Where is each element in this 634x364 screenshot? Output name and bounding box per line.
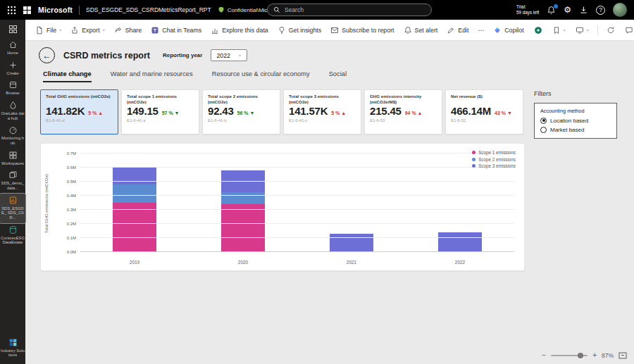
copilot-pane-toggle[interactable] [530, 23, 547, 37]
monitor-icon [576, 26, 584, 34]
open-report-name[interactable]: SDS_ESGDE_SDS_CSRDMetricsReport_RPT [86, 6, 211, 13]
envelope-icon [330, 26, 339, 34]
radio-button[interactable] [540, 127, 547, 133]
get-insights-button[interactable]: Get insights [273, 23, 325, 37]
kpi-value: 215.45 [370, 105, 402, 117]
zoom-slider-handle[interactable] [578, 353, 583, 358]
app-launcher-waffle-icon[interactable] [7, 6, 16, 15]
reporting-year-dropdown[interactable]: 2022 ▾ [211, 49, 247, 61]
bar-segment-scope-1-emissions[interactable] [221, 204, 265, 252]
sidebar-item-icon [8, 61, 18, 70]
kpi-delta: 56 % ▼ [237, 111, 255, 115]
bar-segment-scope-2-emissions[interactable] [221, 192, 265, 203]
more-options-button[interactable]: ⋯ [473, 24, 488, 37]
bar-segment-scope-3-emissions[interactable] [438, 232, 482, 252]
sidebar-item-sds-esgde-sds-csr[interactable]: SDS_ESGDE_ SDS_CSR... [0, 194, 25, 223]
filter-option[interactable]: Location based [540, 118, 611, 124]
edit-button[interactable]: Edit [442, 23, 473, 37]
chart-x-tick-label: 2020 [221, 260, 265, 265]
zoom-out-button[interactable]: − [542, 352, 546, 359]
zoom-in-button[interactable]: + [592, 352, 597, 359]
accounting-method-filter: Accounting method Location based Market … [534, 103, 617, 139]
main-area: Home Create Browse OneLake data hub Moni… [0, 20, 634, 364]
teams-icon [151, 26, 159, 34]
download-icon[interactable] [579, 6, 588, 15]
chart-y-tick-label: 0.6M [67, 165, 76, 170]
sidebar-item-workspaces[interactable]: Workspaces [0, 149, 25, 169]
chart-y-tick-label: 0.1M [67, 236, 76, 240]
radio-button[interactable] [540, 118, 547, 124]
bar-segment-scope-1-emissions[interactable] [113, 203, 156, 252]
chart-x-tick-label: 2019 [113, 260, 156, 265]
chart-gridline [80, 195, 514, 196]
sidebar-item-label: Create [6, 71, 18, 76]
sidebar-item-contosoesg-dataestate[interactable]: ContosoESG DataEstate [0, 223, 25, 248]
kpi-delta: 57 % ▼ [162, 111, 180, 115]
fit-to-page-icon[interactable] [619, 351, 627, 360]
zoom-slider[interactable] [551, 355, 588, 356]
sidebar-item-label: Industry Solutions [1, 349, 25, 358]
kpi-title: Net revenue ($) [451, 94, 518, 105]
tab-resource-use-circular-economy[interactable]: Resource use & circular economy [212, 70, 310, 82]
chart-gridline [80, 237, 514, 238]
export-menu-button[interactable]: Export▾ [66, 23, 108, 37]
sidebar-item-icon [8, 80, 18, 89]
sidebar-item-label: Workspaces [1, 161, 24, 166]
user-avatar[interactable] [613, 3, 627, 17]
notification-badge [553, 4, 559, 9]
kpi-card[interactable]: Net revenue ($) 466.14M 43 % ▼ E1-6-52 [445, 89, 523, 134]
notifications-bell-icon[interactable] [547, 6, 556, 15]
search-icon [273, 6, 280, 13]
sidebar-item-home[interactable]: Home [0, 38, 25, 58]
view-options-button[interactable]: ▾ [571, 23, 593, 37]
chart-y-axis-title: Total GHG emissions (mtCO2e) [44, 155, 49, 252]
help-icon[interactable]: ? [596, 6, 605, 15]
chart-x-tick-label: 2022 [438, 260, 482, 265]
tab-social[interactable]: Social [329, 70, 347, 82]
nav-grid-icon[interactable] [8, 24, 18, 33]
copilot-button[interactable]: Copilot [489, 23, 528, 37]
bar-segment-scope-2-emissions[interactable] [113, 184, 156, 203]
file-menu-button[interactable]: File▾ [31, 23, 66, 37]
search-input[interactable] [285, 6, 425, 13]
bar-segment-scope-3-emissions[interactable] [113, 168, 156, 184]
chart-gridline [80, 167, 514, 168]
sidebar-item-create[interactable]: Create [0, 58, 25, 79]
sidebar-item-onelake-data-hub[interactable]: OneLake data hub [0, 99, 25, 123]
subscribe-button[interactable]: Subscribe to report [326, 23, 398, 37]
sidebar-item-icon [8, 125, 18, 134]
bookmarks-button[interactable]: ▾ [548, 23, 570, 37]
kpi-title: Total scope 2 emissions (mtCO2e) [208, 94, 275, 105]
kpi-card[interactable]: GHG emissions intensity (mtCO2e/M$) 215.… [364, 89, 442, 134]
filter-option[interactable]: Market based [540, 127, 611, 133]
share-button[interactable]: Share [110, 23, 146, 37]
bar-2021[interactable] [330, 234, 373, 252]
bar-segment-scope-3-emissions[interactable] [330, 234, 373, 252]
bar-2022[interactable] [438, 232, 482, 252]
global-search-box[interactable] [267, 4, 432, 16]
sidebar-item-industry-solutions[interactable]: Industry Solutions [0, 336, 25, 360]
refresh-button[interactable] [602, 23, 619, 37]
comments-button[interactable] [621, 23, 634, 37]
sidebar-item-monitoring-hub[interactable]: Monitoring hub [0, 123, 25, 148]
tab-water-and-marine-resources[interactable]: Water and marine resources [111, 70, 193, 82]
kpi-card[interactable]: Total scope 3 emissions (mtCO2e) 141.57K… [283, 89, 361, 134]
kpi-card[interactable]: Total scope 1 emissions (mtCO2e) 149.15 … [121, 89, 199, 134]
tab-climate-change[interactable]: Climate change [43, 70, 92, 82]
legend-item[interactable]: Scope 3 emissions [472, 163, 516, 168]
chat-in-teams-button[interactable]: Chat in Teams [147, 23, 206, 37]
sidebar-item-sds-demo-data[interactable]: SDS_demo_ data... [0, 168, 25, 193]
legend-item[interactable]: Scope 1 emissions [472, 150, 516, 155]
explore-data-button[interactable]: Explore this data [206, 23, 273, 37]
bar-2020[interactable] [221, 170, 265, 252]
chart-y-tick-label: 0.5M [67, 180, 76, 184]
file-icon [35, 26, 44, 34]
legend-item[interactable]: Scope 2 emissions [472, 157, 516, 162]
kpi-card[interactable]: Total scope 2 emissions (mtCO2e) 92.43 5… [202, 89, 280, 134]
legend-label: Scope 2 emissions [478, 157, 516, 162]
kpi-card[interactable]: Total GHG emissions (mtCO2e) 141.82K 5 %… [40, 89, 118, 134]
set-alert-button[interactable]: Set alert [399, 23, 442, 37]
settings-gear-icon[interactable]: ⚙ [564, 6, 571, 14]
back-button[interactable]: ← [39, 47, 55, 63]
sidebar-item-browse[interactable]: Browse [0, 78, 25, 99]
